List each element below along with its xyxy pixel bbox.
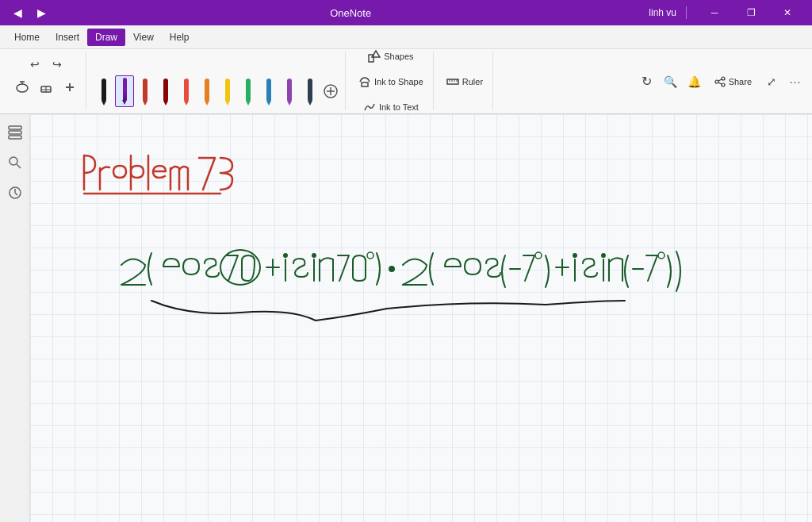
shapes-row: Shapes (363, 46, 418, 67)
undo-redo-row: ↩ ↪ (25, 54, 67, 75)
title-text (84, 155, 232, 194)
pen-yellow[interactable] (218, 75, 237, 107)
svg-line-22 (718, 83, 722, 84)
svg-point-19 (715, 80, 718, 83)
canvas-area[interactable] (30, 114, 812, 522)
pages-icon (7, 125, 23, 140)
svg-point-18 (722, 77, 725, 80)
pen-darkred[interactable] (156, 75, 175, 107)
brace-line (151, 301, 625, 320)
share-icon (714, 76, 726, 87)
pen-navy[interactable] (301, 75, 320, 107)
sidebar-history-icon[interactable] (3, 181, 27, 205)
ink-to-shape-row: Ink to Shape (354, 71, 428, 92)
sidebar-pages-icon[interactable] (3, 121, 27, 144)
pen-green[interactable] (239, 75, 258, 107)
svg-point-36 (312, 254, 316, 257)
ink-to-shape-button[interactable]: Ink to Shape (354, 71, 428, 92)
lasso-icon (15, 80, 29, 94)
forward-button[interactable]: ▶ (30, 2, 52, 24)
restore-button[interactable]: ❐ (733, 0, 769, 25)
minimize-button[interactable]: ─ (696, 0, 733, 25)
eraser-button[interactable] (35, 76, 57, 98)
ribbon: ↩ ↪ (0, 49, 812, 114)
svg-point-0 (17, 84, 28, 92)
back-button[interactable]: ◀ (6, 2, 29, 24)
svg-point-48 (658, 252, 665, 259)
separator (686, 6, 687, 19)
pen-purple[interactable] (115, 75, 134, 107)
ribbon-right: ↻ 🔍 🔔 Share ⤢ ··· (637, 52, 806, 110)
ink-to-text-icon (363, 101, 376, 113)
tools-group: Shapes Ink to Shape Ink to Text (349, 52, 434, 110)
shapes-button[interactable]: Shapes (363, 46, 418, 67)
svg-rect-24 (9, 131, 21, 134)
pen-darkpurple[interactable] (280, 75, 299, 107)
share-button[interactable]: Share (708, 71, 758, 92)
svg-point-26 (10, 157, 17, 165)
pen-brightred[interactable] (177, 75, 196, 107)
ink-to-shape-icon (358, 75, 371, 88)
svg-rect-12 (362, 83, 368, 86)
titlebar: ◀ ▶ OneNote linh vu ─ ❐ ✕ (0, 0, 812, 25)
search-ribbon-button[interactable]: 🔍 (661, 71, 681, 92)
ruler-group: Ruler (437, 52, 493, 110)
svg-point-44 (573, 254, 576, 257)
notifications-button[interactable]: 🔔 (684, 71, 705, 92)
math-expression (121, 250, 680, 291)
svg-rect-25 (9, 136, 21, 139)
ink-to-text-label: Ink to Text (379, 102, 419, 112)
note-canvas[interactable] (30, 114, 812, 522)
redo-button[interactable]: ↪ (47, 54, 67, 75)
pen-colors-group (90, 52, 346, 110)
search-icon (8, 155, 22, 170)
sidebar-search-icon[interactable] (3, 151, 27, 175)
add-pen-icon (324, 84, 338, 98)
lasso-button[interactable] (11, 76, 33, 98)
window-controls: ─ ❐ ✕ (696, 0, 806, 25)
ruler-icon (446, 75, 459, 88)
more-button[interactable]: ··· (785, 71, 806, 92)
undo-button[interactable]: ↩ (25, 54, 45, 75)
menu-draw[interactable]: Draw (87, 29, 125, 46)
svg-rect-23 (9, 126, 21, 129)
handwriting-svg (30, 114, 812, 522)
history-icon (8, 186, 22, 200)
handwriting-area (30, 114, 812, 522)
svg-point-37 (367, 252, 373, 259)
sidebar (0, 114, 30, 522)
shapes-label: Shapes (384, 52, 413, 61)
pen-black[interactable] (94, 75, 113, 107)
user-area: linh vu ─ ❐ ✕ (649, 0, 806, 25)
svg-point-46 (602, 254, 605, 257)
share-label: Share (729, 77, 752, 86)
pen-red[interactable] (136, 75, 155, 107)
ink-to-shape-label: Ink to Shape (374, 77, 423, 86)
svg-point-38 (389, 267, 394, 271)
add-pen-button[interactable] (321, 75, 340, 107)
add-button[interactable] (59, 76, 81, 98)
svg-marker-11 (372, 51, 380, 57)
app-title: OneNote (52, 7, 649, 19)
svg-line-27 (17, 164, 21, 168)
ruler-button[interactable]: Ruler (442, 71, 488, 92)
expand-button[interactable]: ⤢ (761, 71, 782, 92)
close-button[interactable]: ✕ (769, 0, 806, 25)
pen-orange[interactable] (197, 75, 216, 107)
add-icon (64, 82, 75, 93)
menu-help[interactable]: Help (162, 29, 197, 46)
svg-point-34 (284, 254, 287, 257)
svg-point-20 (722, 83, 725, 86)
svg-point-40 (535, 252, 542, 259)
menu-insert[interactable]: Insert (48, 29, 87, 46)
pen-blue[interactable] (259, 75, 278, 107)
undo-redo-group: ↩ ↪ (6, 52, 86, 110)
sync-button[interactable]: ↻ (637, 71, 657, 92)
shapes-icon (368, 50, 381, 63)
user-name: linh vu (649, 7, 676, 18)
menu-home[interactable]: Home (6, 29, 48, 46)
menu-view[interactable]: View (125, 29, 162, 46)
ruler-label: Ruler (462, 77, 483, 86)
eraser-icon (39, 80, 53, 94)
lasso-row (11, 76, 81, 98)
